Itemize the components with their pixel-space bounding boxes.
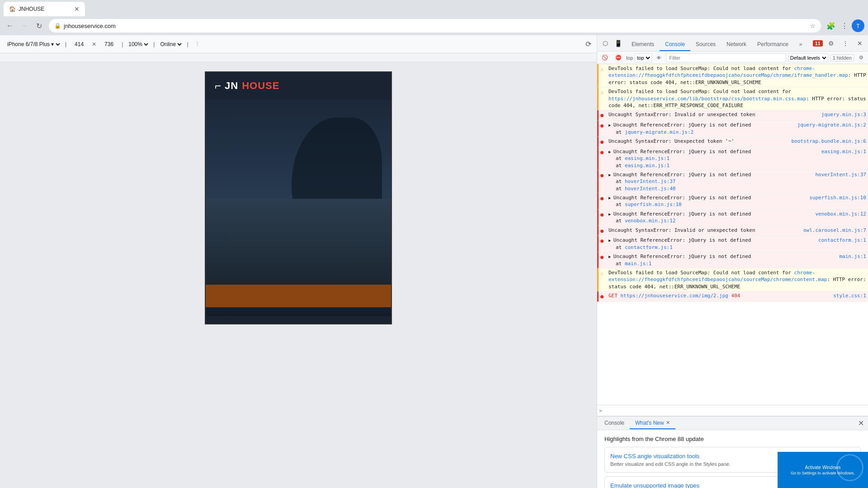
console-input[interactable]	[604, 408, 866, 413]
close-tab-icon[interactable]: ✕	[666, 420, 670, 426]
warning-icon-3: ⚠	[600, 270, 607, 277]
console-message-error-10: ● Uncaught ReferenceError: jQuery is not…	[597, 252, 868, 268]
eye-button[interactable]: 👁	[654, 53, 664, 63]
tab-performance[interactable]: Performance	[752, 38, 794, 51]
bottom-tab-console[interactable]: Console	[599, 418, 630, 429]
device-toggle-button[interactable]: 📱	[612, 37, 624, 50]
menu-button[interactable]: ⋮	[838, 19, 851, 32]
user-avatar[interactable]: T	[852, 19, 864, 32]
phone-container: ⌐ JNHOUSE	[205, 62, 392, 488]
source-link-9[interactable]: contactform.js:1	[818, 237, 866, 244]
console-toolbar: 🚫 ⛔ top top 👁 Default levels 1 hidden ⚙	[597, 52, 868, 64]
get-link[interactable]: https://jnhouseservice.com/img/2.jpg	[621, 293, 728, 299]
url-text: jnhouseservice.com	[64, 23, 807, 29]
collapsible-error-9[interactable]: Uncaught ReferenceError: jQuery is not d…	[609, 237, 751, 243]
source-link-get[interactable]: style.css:1	[833, 292, 866, 299]
source-link-3[interactable]: bootstrap.bundle.min.js:6	[791, 138, 866, 145]
console-message-error-2: ● Uncaught ReferenceError: jQuery is not…	[597, 121, 868, 137]
error-icon-4: ●	[600, 149, 607, 156]
inspect-element-button[interactable]: ⬡	[599, 37, 612, 50]
logo-icon: ⌐	[215, 80, 221, 92]
console-message-error-6: ● Uncaught ReferenceError: jQuery is not…	[597, 193, 868, 210]
error-icon-2: ●	[600, 122, 607, 130]
tab-sources[interactable]: Sources	[690, 38, 721, 51]
collapsible-error-4[interactable]: Uncaught ReferenceError: jQuery is not d…	[609, 149, 751, 155]
preserve-log-button[interactable]: ⛔	[613, 53, 624, 63]
console-message-error-3: ● Uncaught SyntaxError: Unexpected token…	[597, 137, 868, 147]
console-message-get: ● GET https://jnhouseservice.com/img/2.j…	[597, 291, 868, 302]
console-message-error-9: ● Uncaught ReferenceError: jQuery is not…	[597, 236, 868, 252]
network-select[interactable]: Online	[158, 41, 183, 48]
height-input[interactable]	[100, 41, 118, 47]
link-1[interactable]: chrome-extension://fheoggkfdfchfphceeifd…	[609, 66, 848, 78]
source-link-1[interactable]: jquery.min.js:3	[821, 111, 866, 118]
link-2[interactable]: https://jnhouseservice.com/lib/bootstrap…	[609, 96, 806, 102]
device-select[interactable]: iPhone 6/7/8 Plus ▾	[5, 41, 61, 48]
collapsible-error-5[interactable]: Uncaught ReferenceError: jQuery is not d…	[609, 172, 751, 178]
width-input[interactable]	[70, 41, 88, 47]
tab-elements[interactable]: Elements	[626, 38, 660, 51]
source-link-2[interactable]: jquery-migrate.min.js:2	[797, 122, 866, 128]
lock-icon: 🔒	[54, 23, 61, 29]
website-hero	[206, 99, 391, 316]
bottom-tab-whats-new[interactable]: What's New ✕	[630, 418, 675, 429]
extensions-button[interactable]: 🧩	[825, 19, 837, 32]
back-button[interactable]: ←	[4, 19, 16, 32]
rotate-icon[interactable]: ⟳	[585, 40, 591, 48]
windows-circle	[836, 454, 863, 481]
link-3[interactable]: chrome-extension://fheoggkfdfchfphceeifd…	[609, 270, 827, 282]
devtools-panel: ⬡ 📱 Elements Console Sources Network Per…	[597, 35, 868, 488]
collapsible-error-10[interactable]: Uncaught ReferenceError: jQuery is not d…	[609, 253, 751, 259]
close-devtools-button[interactable]: ✕	[854, 37, 866, 50]
source-link-4[interactable]: easing.min.js:1	[821, 148, 866, 155]
collapsible-error-6[interactable]: Uncaught ReferenceError: jQuery is not d…	[609, 195, 751, 201]
error-icon-get: ●	[600, 293, 607, 300]
console-messages: ⚠ DevTools failed to load SourceMap: Cou…	[597, 64, 868, 405]
source-link-10[interactable]: main.js:1	[839, 253, 866, 260]
console-message-error-1: ● Uncaught SyntaxError: Invalid or unexp…	[597, 110, 868, 121]
error-count-badge: 11	[813, 40, 823, 47]
tab-title: JNHOUSE	[19, 6, 71, 12]
levels-select[interactable]: Default levels	[788, 53, 828, 62]
error-icon-9: ●	[600, 237, 607, 245]
phone-screen: ⌐ JNHOUSE	[205, 71, 392, 324]
forward-button[interactable]: →	[18, 19, 31, 32]
collapsible-error-2[interactable]: Uncaught ReferenceError: jQuery is not d…	[609, 122, 751, 128]
fence	[206, 285, 391, 307]
building	[206, 199, 391, 289]
more-devtools-button[interactable]: ⋮	[839, 37, 852, 50]
error-icon-5: ●	[600, 172, 607, 179]
console-message-warning-3: ⚠ DevTools failed to load SourceMap: Cou…	[597, 268, 868, 291]
context-select[interactable]: top	[635, 53, 652, 62]
tab-more[interactable]: »	[794, 38, 808, 51]
address-bar[interactable]: 🔒 jnhouseservice.com ☆	[49, 19, 821, 33]
zoom-select[interactable]: 100%	[127, 41, 150, 48]
device-toolbar: iPhone 6/7/8 Plus ▾ | ✕ | 100% | Online …	[0, 35, 597, 53]
clear-console-button[interactable]: 🚫	[599, 53, 611, 63]
warning-icon-2: ⚠	[600, 89, 607, 96]
console-settings-button[interactable]: ⚙	[856, 53, 866, 63]
tab-console[interactable]: Console	[660, 38, 690, 51]
settings-button[interactable]: ⚙	[825, 37, 837, 50]
console-message-error-7: ● Uncaught ReferenceError: jQuery is not…	[597, 210, 868, 226]
collapsible-error-7[interactable]: Uncaught ReferenceError: jQuery is not d…	[609, 211, 751, 217]
source-link-5[interactable]: hoverIntent.js:37	[815, 171, 866, 178]
dimension-separator: ✕	[92, 41, 96, 47]
error-icon-1: ●	[600, 112, 607, 119]
more-options-button[interactable]: ⋮	[192, 39, 203, 49]
console-message-error-8: ● Uncaught SyntaxError: Invalid or unexp…	[597, 226, 868, 236]
browser-tab[interactable]: 🏠 JNHOUSE ✕	[4, 2, 85, 16]
close-bottom-panel-button[interactable]: ✕	[855, 418, 866, 429]
tab-close-button[interactable]: ✕	[74, 5, 80, 13]
source-link-8[interactable]: owl.carousel.min.js:7	[803, 227, 866, 234]
source-link-6[interactable]: superfish.min.js:10	[809, 194, 866, 201]
error-icon-6: ●	[600, 195, 607, 202]
filter-input[interactable]	[666, 53, 786, 62]
source-link-7[interactable]: venobox.min.js:12	[815, 211, 866, 217]
console-prompt: >	[599, 408, 602, 413]
activate-windows-line1: Activate Windows	[805, 465, 841, 470]
bottom-tabs: Console What's New ✕ ✕	[597, 417, 868, 430]
refresh-button[interactable]: ↻	[33, 19, 45, 32]
tab-network[interactable]: Network	[721, 38, 752, 51]
error-icon-10: ●	[600, 253, 607, 261]
